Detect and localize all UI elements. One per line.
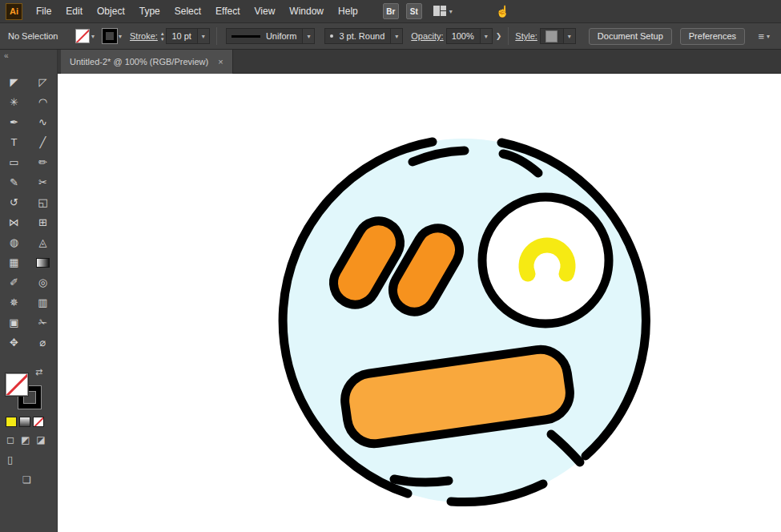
stroke-label[interactable]: Stroke: [130,31,158,41]
stock-button[interactable]: St [406,3,422,19]
panel-collapse-icon[interactable]: « [0,50,57,62]
stroke-weight-select[interactable]: 10 pt ▾ [166,28,209,44]
menu-file[interactable]: File [29,0,58,23]
blend-tool[interactable]: ◎ [29,272,58,292]
tab-title: Untitled-2* @ 100% (RGB/Preview) [70,57,208,66]
scale-tool[interactable]: ◱ [29,192,58,212]
free-transform-tool[interactable]: ⊞ [29,212,58,232]
draw-inside-mode[interactable]: ◪ [34,434,47,445]
width-tool[interactable]: ⋈ [0,212,29,232]
pencil-tool[interactable]: ✎ [0,172,29,192]
opacity-value: 100% [452,31,474,41]
line-segment-tool[interactable]: ╱ [29,132,58,152]
separator [508,27,509,45]
drawing-modes: ◻◩◪ [4,434,47,445]
style-select[interactable]: ▾ [540,28,576,44]
touch-gesture-icon[interactable]: ☝ [496,5,509,18]
gradient-tool[interactable] [29,252,58,272]
document-setup-button[interactable]: Document Setup [589,28,672,45]
fill-none-swatch [75,29,90,43]
document-tab[interactable]: Untitled-2* @ 100% (RGB/Preview) × [61,50,233,74]
chevron-down-icon: ▾ [390,29,402,43]
sketch-dash[interactable] [394,479,449,482]
zoom-tool[interactable]: ⌀ [29,332,58,353]
stroke-color-swatch [103,29,117,43]
panel-options-control[interactable]: ≡ ▾ [758,30,770,42]
stroke-weight-value: 10 pt [171,31,191,41]
stroke-color-control[interactable]: ▾ [98,29,122,43]
bridge-button[interactable]: Br [383,3,399,19]
magic-wand-tool[interactable]: ✳ [0,92,29,112]
artwork-svg [58,74,781,532]
step-up-icon: ▴ [161,30,164,36]
menu-object[interactable]: Object [90,0,132,23]
fill-color-indicator[interactable] [6,373,28,396]
swap-fill-stroke-icon[interactable]: ⇄ [35,367,42,377]
rectangle-tool[interactable]: ▭ [0,152,29,172]
preferences-button[interactable]: Preferences [680,28,745,45]
none-button[interactable] [33,417,44,427]
chevron-down-icon: ▾ [119,33,122,40]
fill-color-control[interactable]: ▾ [75,29,95,43]
symbol-sprayer-tool[interactable]: ✵ [0,292,29,312]
menu-view[interactable]: View [248,0,283,23]
paintbrush-tool[interactable]: ✏ [29,152,58,172]
column-graph-tool[interactable]: ▥ [29,292,58,312]
document-tab-bar: Untitled-2* @ 100% (RGB/Preview) × [58,50,781,74]
quick-buttons: BrSt [383,3,422,19]
egg-eye[interactable] [482,197,609,324]
direct-selection-tool[interactable]: ◸ [29,72,58,92]
arrange-documents-control[interactable]: ▾ [433,6,453,17]
gradient-button[interactable] [19,417,30,427]
style-swatch [545,30,558,42]
width-profile-select[interactable]: Uniform ▾ [226,28,316,44]
scissors-tool[interactable]: ✂ [29,172,58,192]
artboard-tool[interactable]: ▣ [0,312,29,332]
align-lines-icon: ≡ [758,30,764,42]
chevron-down-icon: ▾ [197,29,209,43]
draw-behind-mode[interactable]: ◩ [19,434,32,445]
perspective-grid-tool[interactable]: ◬ [29,232,58,252]
hand-tool[interactable]: ✥ [0,332,29,353]
slice-tool[interactable]: ✁ [29,312,58,332]
canvas[interactable] [58,74,781,532]
tools-panel: « ◤◸✳◠✒∿T╱▭✏✎✂↺◱⋈⊞◍◬▦✐◎✵▥▣✁✥⌀ ⇄ ◻◩◪ ▯ ❏ [0,50,58,532]
opacity-select[interactable]: 100% ▾ [446,28,493,44]
arrange-documents-icon [433,6,447,17]
menu-select[interactable]: Select [167,0,208,23]
type-tool[interactable]: T [0,132,29,152]
brush-preview-dot [330,34,333,38]
draw-normal-mode[interactable]: ◻ [4,434,17,445]
style-label[interactable]: Style: [515,31,537,41]
stroke-preview-line [231,35,260,38]
color-mode-buttons [6,417,44,427]
chevron-down-icon: ▾ [480,29,492,43]
chevron-right-icon[interactable]: ❯ [496,32,502,40]
brush-value: 3 pt. Round [339,31,384,41]
rotate-tool[interactable]: ↺ [0,192,29,212]
opacity-label[interactable]: Opacity: [411,31,443,41]
app-logo[interactable]: Ai [6,3,22,20]
pen-tool[interactable]: ✒ [0,112,29,132]
selection-tool[interactable]: ◤ [0,72,29,92]
menu-effect[interactable]: Effect [208,0,247,23]
eyedropper-tool[interactable]: ✐ [0,272,29,292]
menu-type[interactable]: Type [132,0,167,23]
chevron-down-icon: ▾ [767,33,770,40]
mesh-tool[interactable]: ▦ [0,252,29,272]
screen-mode-button[interactable]: ▯ [7,453,13,466]
shape-builder-tool[interactable]: ◍ [0,232,29,252]
stroke-weight-stepper[interactable]: ▴ ▾ [161,30,164,42]
edit-toolbar-button[interactable]: ❏ [22,474,31,486]
lasso-tool[interactable]: ◠ [29,92,58,112]
color-button[interactable] [6,417,17,427]
brush-select[interactable]: 3 pt. Round ▾ [324,28,403,44]
width-profile-value: Uniform [266,31,297,41]
tool-grid: ◤◸✳◠✒∿T╱▭✏✎✂↺◱⋈⊞◍◬▦✐◎✵▥▣✁✥⌀ [0,62,57,353]
curvature-tool[interactable]: ∿ [29,112,58,132]
menu-window[interactable]: Window [282,0,331,23]
chevron-down-icon: ▾ [563,29,575,43]
close-icon[interactable]: × [218,57,223,66]
menu-help[interactable]: Help [331,0,365,23]
menu-edit[interactable]: Edit [58,0,90,23]
